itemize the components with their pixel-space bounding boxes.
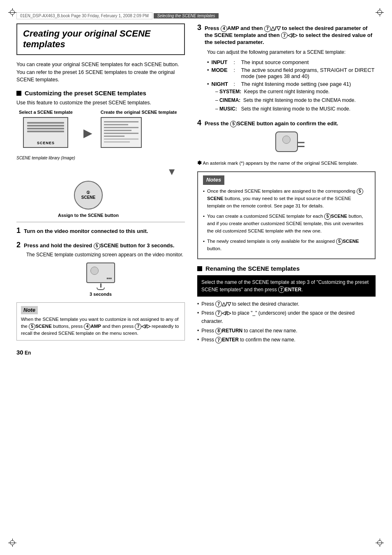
- step4-remote-icon: [197, 131, 376, 153]
- tip-text: An asterisk mark (*) appears by the name…: [203, 161, 358, 166]
- page-title: Creating your original SCENE templates: [23, 28, 178, 50]
- renaming-title: Renaming the SCENE templates: [205, 265, 300, 272]
- tip-note: ✽ An asterisk mark (*) appears by the na…: [197, 159, 376, 167]
- renaming-section: Renaming the SCENE templates Select the …: [197, 265, 376, 344]
- step-1-number: 1: [16, 226, 21, 235]
- param-mode: • MODE: The active sound field programs,…: [207, 67, 376, 79]
- sub-cinema: – CINEMA: Sets the night listening mode …: [215, 97, 376, 104]
- step-2-header: 2 Press and hold the desired 5SCENE butt…: [16, 241, 185, 249]
- note-circle4: 4: [84, 323, 90, 330]
- circle-5-step4: 5: [230, 121, 237, 127]
- sub-music: – MUSIC: Sets the night listening mode t…: [215, 105, 376, 113]
- step-2-title: Press and hold the desired 5SCENE button…: [24, 242, 174, 249]
- customizing-heading: Customizing the preset SCENE templates: [16, 90, 185, 97]
- receiver-body: ■■■: [86, 263, 115, 283]
- notes-item-1: • Once the desired SCENE templates are a…: [203, 187, 370, 210]
- renaming-bullet-square: [197, 266, 202, 271]
- step2-device-icon: ■■■: [16, 263, 185, 284]
- scene-library-device: [23, 117, 68, 154]
- note-circle7: 7: [135, 323, 141, 330]
- renaming-bullet-4: • Press 7ENTER to confirm the new name.: [197, 336, 376, 344]
- circle-7-select: 7: [215, 301, 222, 307]
- step-3-body: You can adjust the following parameters …: [207, 48, 376, 56]
- step-2-body: The SCENE template customizing screen ap…: [26, 251, 185, 258]
- param-night-desc: The night listening mode setting (see pa…: [241, 81, 351, 87]
- circle-7-place: 7: [215, 310, 222, 317]
- parameter-list: • INPUT: The input source component • MO…: [207, 59, 376, 113]
- param-night: • NIGHT: The night listening mode settin…: [207, 81, 376, 87]
- remote-arm-icon: [298, 142, 304, 143]
- step-3: 3 Press 4AMP and then 7△/▽ to select the…: [197, 23, 376, 113]
- diagram-col-1: Select a SCENE template SCENE template l…: [16, 110, 75, 160]
- original-template-device: [101, 117, 142, 148]
- notes-item-2: • You can create a customized SCENE temp…: [203, 212, 370, 235]
- section-label: Selecting the SCENE templates: [154, 13, 218, 18]
- renaming-bullet-3: • Press 8RETURN to cancel the new name.: [197, 327, 376, 335]
- bullet-square: [16, 91, 21, 96]
- param-input-desc: The input source component: [241, 59, 309, 65]
- renaming-bullet-2: • Press 7◁/▷ to place "_" (underscore) u…: [197, 309, 376, 326]
- diagram-area: Select a SCENE template SCENE template l…: [16, 110, 185, 160]
- circle-7a-step3: 7: [264, 25, 271, 32]
- arrow-right-icon: ▶: [83, 126, 92, 140]
- intro-text: You can create your original SCENE templ…: [16, 61, 185, 84]
- circle-5-step2: 5: [94, 243, 100, 249]
- scene-button-icon: ①SCENE: [74, 181, 103, 210]
- scene-button-area: ①SCENE: [16, 181, 185, 210]
- circle-5-note3: 5: [336, 238, 343, 245]
- customizing-sub: Use this feature to customize the preset…: [16, 100, 185, 106]
- circle-8-return: 8: [215, 328, 222, 334]
- notes-item-3: • The newly created template is only ava…: [203, 237, 370, 253]
- circle-7-enter: 7: [278, 286, 285, 293]
- note-circle5: 5: [29, 323, 35, 330]
- step-1: 1 Turn on the video monitor connected to…: [16, 226, 185, 235]
- renaming-instruction-box: Select the name of the SCENE template at…: [197, 275, 376, 297]
- diagram-label-2: Create the original SCENE template: [101, 110, 177, 115]
- circle-7b-step3: 7: [281, 32, 288, 39]
- step-1-title: Turn on the video monitor connected to t…: [24, 228, 148, 235]
- renaming-bullets: • Press 7△/▽ to select the desired chara…: [197, 300, 376, 344]
- tip-symbol: ✽: [197, 160, 202, 166]
- note-body: When the SCENE template you want to cust…: [21, 316, 180, 337]
- note-title: Note: [21, 306, 38, 314]
- diagram-col-2: Create the original SCENE template: [101, 110, 177, 148]
- circle-5-note2: 5: [324, 213, 331, 220]
- step-4-header: 4 Press the 5SCENE button again to confi…: [197, 119, 376, 127]
- step-4: 4 Press the 5SCENE button again to confi…: [197, 119, 376, 153]
- right-column: 3 Press 4AMP and then 7△/▽ to select the…: [197, 23, 376, 356]
- notes-title: Notes: [203, 175, 224, 185]
- sub-list: – SYSTEM: Keeps the current night listen…: [215, 88, 376, 113]
- param-mode-desc: The active sound field programs, STRAIGH…: [241, 67, 376, 79]
- note-box: Note When the SCENE template you want to…: [16, 302, 185, 341]
- renaming-bullet-1: • Press 7△/▽ to select the desired chara…: [197, 300, 376, 308]
- file-info-text: 01EN_DSP-AX463_B.book Page 30 Friday, Fe…: [20, 14, 149, 18]
- renaming-heading: Renaming the SCENE templates: [197, 265, 376, 272]
- down-arrow-icon: ▼: [16, 166, 185, 177]
- step2-caption: 3 seconds: [16, 292, 185, 297]
- page-number: 30 En: [16, 349, 185, 356]
- diagram-sub-label-1: SCENE template library (Image): [16, 156, 75, 160]
- step-1-header: 1 Turn on the video monitor connected to…: [16, 226, 185, 235]
- param-input: • INPUT: The input source component: [207, 59, 376, 65]
- step-3-number: 3: [197, 23, 201, 32]
- step-2-number: 2: [16, 241, 21, 249]
- diagram-label-1: Select a SCENE template: [16, 110, 75, 115]
- file-info-bar: 01EN_DSP-AX463_B.book Page 30 Friday, Fe…: [16, 12, 152, 19]
- title-box: Creating your original SCENE templates: [16, 23, 185, 55]
- receiver-knob: [90, 267, 99, 275]
- circle-5-note1: 5: [357, 188, 363, 195]
- remote-body-icon: [275, 131, 298, 152]
- sub-system: – SYSTEM: Keeps the current night listen…: [215, 88, 376, 96]
- step-4-title: Press the 5SCENE button again to confirm…: [205, 120, 338, 127]
- step-3-title: Press 4AMP and then 7△/▽ to select the d…: [205, 25, 376, 46]
- customizing-title: Customizing the preset SCENE templates: [25, 90, 146, 97]
- step-2: 2 Press and hold the desired 5SCENE butt…: [16, 241, 185, 297]
- step-4-number: 4: [197, 119, 201, 127]
- left-column: Creating your original SCENE templates Y…: [16, 23, 185, 356]
- assign-label: Assign to the SCENE button: [16, 213, 160, 218]
- circle-7-confirm: 7: [215, 337, 222, 343]
- circle-4-step3: 4: [221, 25, 227, 32]
- main-content: Creating your original SCENE templates Y…: [16, 23, 376, 356]
- step-3-header: 3 Press 4AMP and then 7△/▽ to select the…: [197, 23, 376, 46]
- notes-box: Notes • Once the desired SCENE templates…: [197, 171, 376, 259]
